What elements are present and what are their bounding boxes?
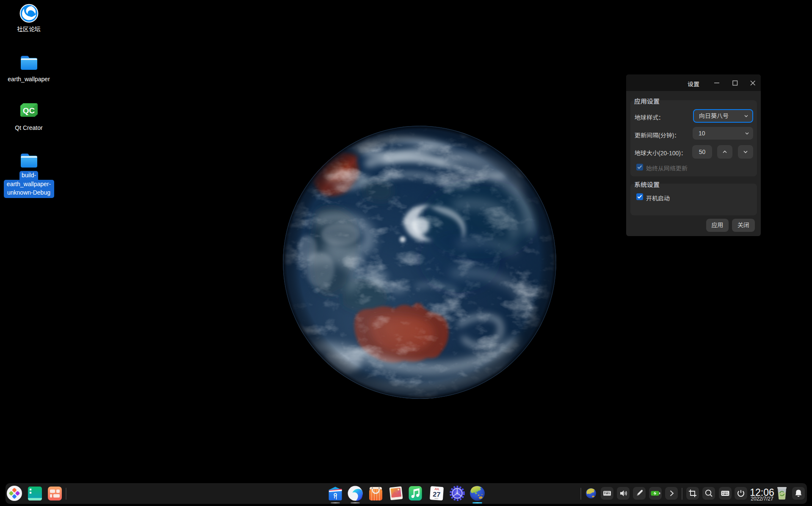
svg-text:QC: QC — [23, 106, 35, 115]
svg-text:JUL: JUL — [434, 487, 440, 491]
svg-text:WED: WED — [434, 497, 439, 500]
